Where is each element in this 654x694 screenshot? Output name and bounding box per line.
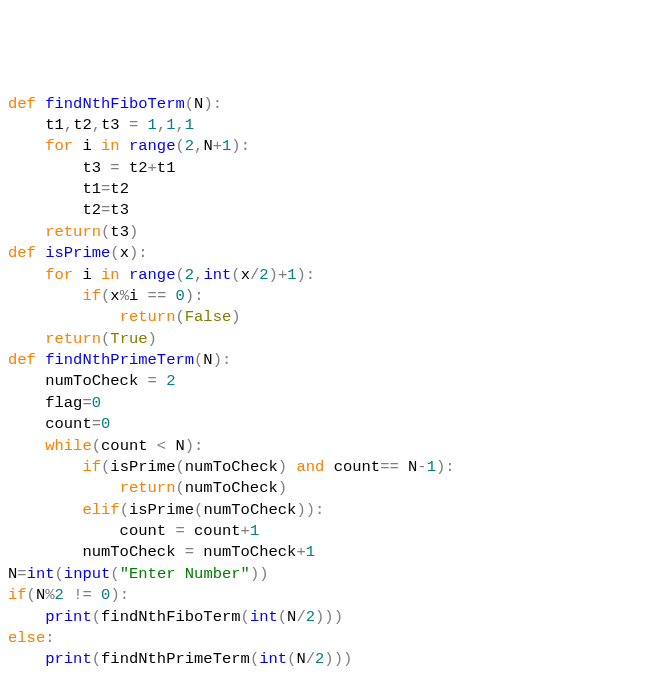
code-line: count = count+1 [8,521,646,542]
code-token: x [120,244,129,262]
code-token-op: ( [27,586,36,604]
code-token-op: : [306,266,315,284]
code-line: for i in range(2,int(x/2)+1): [8,265,646,286]
code-line: return(False) [8,307,646,328]
code-token: numToCheck [185,479,278,497]
code-line: else: [8,628,646,649]
code-token-op: ) [129,223,138,241]
code-token-op: , [194,266,203,284]
code-token-op: : [194,437,203,455]
code-token: isPrime [129,501,194,519]
code-token-op: ) [324,608,333,626]
code-line: elif(isPrime(numToCheck)): [8,500,646,521]
code-token [157,372,166,390]
code-token: i [129,287,148,305]
code-token-op: ( [175,308,184,326]
code-token-op: ( [250,650,259,668]
code-token-num: 2 [55,586,64,604]
code-token-op: + [213,137,222,155]
code-token [120,137,129,155]
code-token-op: / [250,266,259,284]
code-line: N=int(input("Enter Number")) [8,564,646,585]
code-line: numToCheck = numToCheck+1 [8,542,646,563]
code-token-op: = [110,159,119,177]
code-token: count [8,522,175,540]
code-token-op: ) [343,650,352,668]
code-token-op: ) [250,565,259,583]
code-token [138,116,147,134]
code-line: def findNthPrimeTerm(N): [8,350,646,371]
code-token-op: : [241,137,250,155]
code-line: def isPrime(x): [8,243,646,264]
code-token: numToCheck [203,501,296,519]
code-token-op: - [417,458,426,476]
code-token [8,608,45,626]
code-token-op: ) [269,266,278,284]
code-token-kw: if [82,458,101,476]
code-token-op: ( [101,458,110,476]
code-token-op: : [120,586,129,604]
code-token [120,266,129,284]
code-token-op: + [241,522,250,540]
code-token-num: 2 [259,266,268,284]
code-line: while(count < N): [8,436,646,457]
code-line: print(findNthFiboTerm(int(N/2))) [8,607,646,628]
code-line: t1,t2,t3 = 1,1,1 [8,115,646,136]
code-token-op: ( [110,565,119,583]
code-token-op: ( [287,650,296,668]
code-token-fn: input [64,565,111,583]
code-token-op: ) [334,608,343,626]
code-token [8,308,120,326]
code-token [8,266,45,284]
code-token: t3 [110,201,129,219]
code-token-op: ) [110,586,119,604]
code-token: N [399,458,418,476]
code-token-op: ) [278,458,287,476]
code-token-op: ) [259,565,268,583]
code-token-kw: in [101,266,120,284]
code-token-num: 0 [101,586,110,604]
code-token-op: = [148,372,157,390]
code-token: isPrime [110,458,175,476]
code-token: count [8,415,92,433]
code-token-op: ( [120,501,129,519]
code-token-op: = [175,522,184,540]
code-token-op: ( [92,437,101,455]
code-token-op: : [222,351,231,369]
code-token-num: 2 [185,266,194,284]
code-token-op: ) [278,479,287,497]
code-token: t2 [73,116,92,134]
code-token-op: / [306,650,315,668]
code-token: i [73,137,101,155]
code-token-op: ( [101,223,110,241]
code-token-fn: range [129,266,176,284]
code-token: N [203,351,212,369]
code-token: t1 [8,180,101,198]
code-token-op: ( [175,458,184,476]
code-token-op: / [296,608,305,626]
code-token-op: = [17,565,26,583]
code-token: count [101,437,157,455]
code-token: numToCheck [8,543,185,561]
code-token: t3 [8,159,110,177]
code-token-fn: print [45,650,92,668]
code-token-op: ( [175,266,184,284]
code-line: def findNthFiboTerm(N): [8,94,646,115]
code-token-fn: findNthFiboTerm [45,95,185,113]
code-token-op: ( [110,244,119,262]
code-token-op: ) [296,501,305,519]
code-token-num: 1 [185,116,194,134]
code-token-op: , [64,116,73,134]
code-token-fn: int [203,266,231,284]
code-token-op: ( [194,351,203,369]
code-token-op: = [101,180,110,198]
code-token-op: = [129,116,138,134]
code-token-op: ( [101,330,110,348]
code-token: t3 [101,116,129,134]
code-token: numToCheck [185,458,278,476]
code-line: return(numToCheck) [8,478,646,499]
code-token-num: 2 [306,608,315,626]
code-token: findNthPrimeTerm [101,650,250,668]
code-token-op: == [148,287,167,305]
code-token-kw: return [45,223,101,241]
